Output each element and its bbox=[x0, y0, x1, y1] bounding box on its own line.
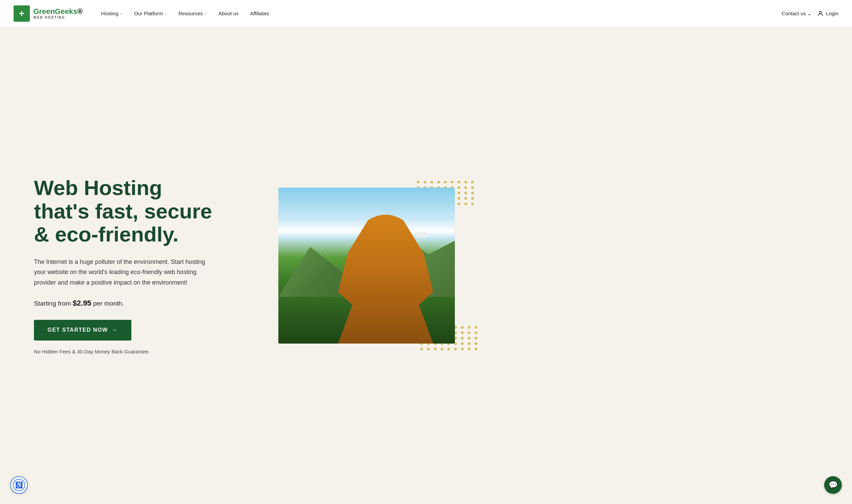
dot bbox=[468, 348, 470, 350]
nav-hosting[interactable]: Hosting ⌄ bbox=[97, 8, 127, 19]
accessibility-button[interactable]: ♿ bbox=[10, 476, 28, 494]
mountain-left bbox=[278, 234, 384, 297]
dot bbox=[457, 202, 460, 205]
brand-name-text: GreenGeeks bbox=[33, 7, 77, 16]
hero-image-area bbox=[265, 187, 468, 344]
hero-image bbox=[278, 187, 455, 344]
dot bbox=[471, 192, 474, 194]
pricing-prefix: Starting from bbox=[34, 300, 73, 307]
nav-platform-label: Our Platform bbox=[134, 11, 163, 16]
dot bbox=[464, 197, 467, 200]
chat-button[interactable]: 💬 bbox=[824, 476, 842, 494]
logo-icon: + bbox=[14, 5, 30, 22]
dot bbox=[468, 331, 470, 334]
login-label: Login bbox=[826, 11, 838, 16]
contact-us-link[interactable]: Contact us ⌄ bbox=[782, 11, 812, 17]
hero-section: Web Hosting that's fast, secure & eco-fr… bbox=[0, 27, 852, 504]
cta-label: GET STARTED NOW bbox=[48, 327, 108, 333]
dot bbox=[474, 337, 477, 340]
accessibility-icon: ♿ bbox=[13, 479, 25, 491]
nav-resources[interactable]: Resources ⌄ bbox=[174, 8, 212, 19]
snow-cap bbox=[415, 231, 428, 238]
dot bbox=[474, 331, 477, 334]
dot bbox=[420, 348, 423, 350]
dot bbox=[464, 181, 467, 183]
hero-description: The Internet is a huge polluter of the e… bbox=[34, 257, 217, 288]
user-icon bbox=[817, 10, 824, 17]
dot bbox=[471, 197, 474, 200]
dot bbox=[457, 192, 460, 194]
hero-heading-line2: that's fast, secure bbox=[34, 199, 212, 223]
dot bbox=[474, 342, 477, 345]
dot bbox=[464, 192, 467, 194]
dot bbox=[471, 186, 474, 189]
chevron-down-icon: ⌄ bbox=[204, 12, 207, 15]
dot bbox=[474, 326, 477, 329]
dot bbox=[451, 181, 453, 183]
dot bbox=[454, 348, 457, 350]
dot bbox=[461, 331, 464, 334]
dot bbox=[457, 181, 460, 183]
dot bbox=[471, 202, 474, 205]
hero-heading: Web Hosting that's fast, secure & eco-fr… bbox=[34, 176, 244, 246]
hero-image-wrapper bbox=[278, 187, 455, 344]
hero-heading-line1: Web Hosting bbox=[34, 176, 162, 199]
dot bbox=[457, 197, 460, 200]
hero-heading-line3: & eco-friendly. bbox=[34, 222, 178, 246]
brand-subtitle: WEB HOSTING bbox=[33, 16, 83, 19]
pricing-suffix: per month. bbox=[91, 300, 124, 307]
svg-point-0 bbox=[819, 11, 822, 14]
dot bbox=[468, 326, 470, 329]
guarantee-text: No Hidden Fees & 30-Day Money Back Guara… bbox=[34, 349, 150, 355]
nav-about-label: About us bbox=[218, 11, 238, 16]
nav-about-us[interactable]: About us bbox=[213, 8, 243, 19]
get-started-button[interactable]: GET STARTED NOW → bbox=[34, 320, 132, 341]
pricing-price: $2.95 bbox=[73, 299, 91, 307]
dot bbox=[464, 202, 467, 205]
arrow-icon: → bbox=[111, 327, 118, 334]
mountain-right bbox=[367, 227, 455, 297]
logo-link[interactable]: + GreenGeeks® WEB HOSTING bbox=[14, 5, 83, 22]
dot bbox=[447, 348, 450, 350]
dot bbox=[417, 181, 420, 183]
nav-our-platform[interactable]: Our Platform ⌄ bbox=[129, 8, 172, 19]
nav-right: Contact us ⌄ Login bbox=[782, 10, 838, 17]
nav-affiliates[interactable]: Affiliates bbox=[245, 8, 274, 19]
dot bbox=[474, 348, 477, 350]
chevron-down-icon: ⌄ bbox=[164, 12, 167, 15]
brand-name: GreenGeeks® bbox=[33, 7, 83, 16]
dot bbox=[427, 348, 430, 350]
main-nav: Hosting ⌄ Our Platform ⌄ Resources ⌄ Abo… bbox=[97, 8, 782, 19]
chat-icon: 💬 bbox=[829, 481, 838, 489]
chevron-down-icon: ⌄ bbox=[807, 11, 812, 17]
dot bbox=[424, 181, 426, 183]
dot bbox=[461, 342, 464, 345]
dot bbox=[468, 337, 470, 340]
dot bbox=[464, 186, 467, 189]
dot bbox=[440, 348, 443, 350]
contact-us-label: Contact us bbox=[782, 11, 806, 16]
dot bbox=[468, 342, 470, 345]
chevron-down-icon: ⌄ bbox=[120, 12, 123, 15]
hero-content: Web Hosting that's fast, secure & eco-fr… bbox=[34, 176, 244, 355]
dot bbox=[437, 181, 440, 183]
dot bbox=[461, 326, 464, 329]
dot bbox=[471, 181, 474, 183]
dot bbox=[434, 348, 436, 350]
nav-affiliates-label: Affiliates bbox=[250, 11, 269, 16]
nav-hosting-label: Hosting bbox=[101, 11, 119, 16]
logo-text: GreenGeeks® WEB HOSTING bbox=[33, 7, 83, 19]
dot bbox=[444, 181, 447, 183]
dot bbox=[461, 348, 464, 350]
login-button[interactable]: Login bbox=[817, 10, 838, 17]
dot bbox=[461, 337, 464, 340]
pricing-line: Starting from $2.95 per month. bbox=[34, 299, 244, 308]
nav-resources-label: Resources bbox=[178, 11, 203, 16]
dot bbox=[457, 186, 460, 189]
dot bbox=[430, 181, 433, 183]
site-header: + GreenGeeks® WEB HOSTING Hosting ⌄ Our … bbox=[0, 0, 852, 27]
